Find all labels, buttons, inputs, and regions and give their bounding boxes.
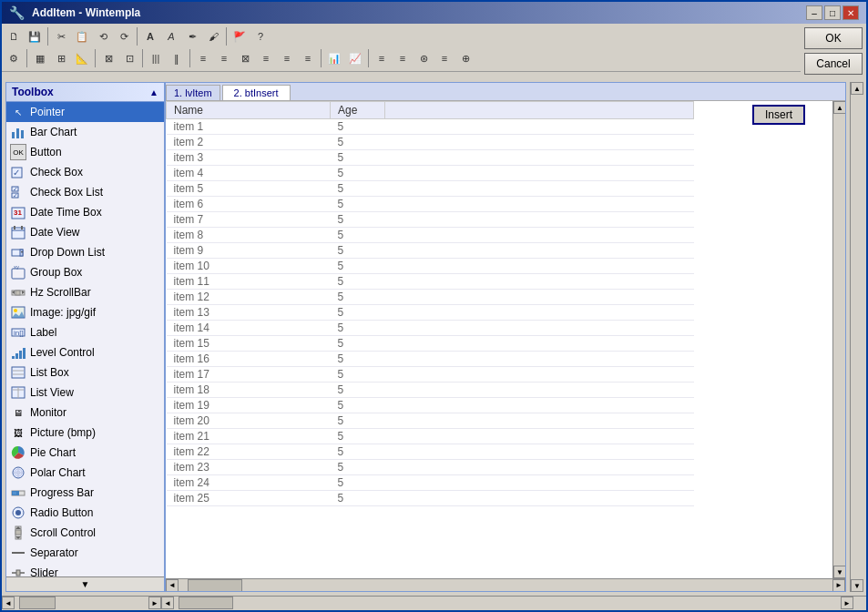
toolbox-item-pointer[interactable]: ↖ Pointer [6, 102, 164, 122]
layout1-button[interactable]: ≡ [372, 48, 392, 68]
cell-age: 5 [331, 398, 385, 413]
redo-button[interactable]: ⟳ [114, 26, 134, 46]
scroll-up-button[interactable]: ▲ [833, 101, 845, 114]
toolbox-item-progress-bar[interactable]: Progress Bar [6, 483, 164, 503]
tab-btinsert[interactable]: 2. btInsert [222, 85, 291, 100]
new-button[interactable]: 🗋 [4, 26, 24, 46]
help-button[interactable]: ? [250, 26, 271, 46]
bars2-button[interactable]: ‖ [167, 48, 187, 68]
horizontal-scrollbar[interactable]: ◄ ► [166, 578, 845, 591]
table-row: item 65 [167, 197, 694, 212]
cell-name: item 12 [167, 290, 331, 305]
align3-button[interactable]: ⊠ [235, 48, 255, 68]
grid-button[interactable]: ▦ [30, 48, 50, 68]
toolbox-item-check-box-list[interactable]: ✓ ✓ Check Box List [6, 182, 164, 202]
outer-scroll-up-button[interactable]: ▲ [851, 82, 863, 95]
align4-button[interactable]: ≡ [256, 48, 276, 68]
cut-button[interactable]: ✂ [51, 26, 71, 46]
layout2-button[interactable]: ≡ [393, 48, 413, 68]
scroll-down-button[interactable]: ▼ [833, 566, 845, 578]
align6-button[interactable]: ≡ [298, 48, 318, 68]
measure-button[interactable]: 📐 [72, 48, 92, 68]
flags-button[interactable]: 🚩 [230, 26, 250, 46]
bars1-button[interactable]: ||| [146, 48, 166, 68]
toolbox-item-group-box[interactable]: xy Group Box [6, 262, 164, 282]
cell-name: item 20 [167, 413, 331, 429]
scroll-left-button[interactable]: ◄ [166, 579, 179, 592]
scroll-right-button[interactable]: ► [832, 579, 845, 592]
app-icon: 🔧 [9, 5, 25, 20]
toolbox-item-label[interactable]: in[] Label [6, 322, 164, 342]
del2-button[interactable]: ⊡ [119, 48, 139, 68]
table-row: item 225 [167, 444, 694, 460]
toolbox-item-hz-scrollbar[interactable]: Hz ScrollBar [6, 282, 164, 302]
align1-button[interactable]: ≡ [193, 48, 213, 68]
toolbox-item-separator[interactable]: Separator [6, 543, 164, 563]
toolbox-item-button[interactable]: OK Button [6, 142, 164, 162]
tab-lvitem[interactable]: 1. lvItem [166, 85, 220, 100]
chart2-button[interactable]: 📈 [345, 48, 365, 68]
toolbox-item-radio-button[interactable]: Radio Button [6, 503, 164, 523]
outer-vertical-scrollbar[interactable]: ▲ ▼ [850, 82, 863, 592]
toolbox-item-list-box[interactable]: List Box [6, 362, 164, 382]
chart1-button[interactable]: 📊 [324, 48, 344, 68]
canvas-scroll-area[interactable]: Insert Name Age item 15ite [166, 101, 832, 578]
toolbox-item-slider[interactable]: Slider [6, 563, 164, 576]
font2-button[interactable]: A [161, 26, 181, 46]
settings-button[interactable]: ⚙ [4, 48, 24, 68]
toolbox-item-drop-down-list[interactable]: Drop Down List [6, 242, 164, 262]
toolbox-label-image-jpg: Image: jpg/gif [30, 306, 96, 319]
toolbox-item-image-jpg[interactable]: Image: jpg/gif [6, 302, 164, 322]
group-box-icon: xy [10, 264, 26, 280]
toolbox-scroll-right[interactable]: ► [148, 597, 161, 609]
toolbox-item-scroll-control[interactable]: Scroll Control [6, 523, 164, 543]
outer-scroll-down-button[interactable]: ▼ [851, 579, 863, 592]
del1-button[interactable]: ⊠ [98, 48, 118, 68]
save-button[interactable]: 💾 [25, 26, 45, 46]
canvas-hscroll-thumb[interactable] [179, 597, 233, 609]
table-button[interactable]: ⊞ [51, 48, 71, 68]
insert-button[interactable]: Insert [752, 105, 805, 125]
svg-text:in[]: in[] [14, 329, 24, 337]
toolbox-item-level-control[interactable]: Level Control [6, 342, 164, 362]
column-header-name: Name [167, 102, 331, 119]
toolbox-item-list-view[interactable]: List View [6, 382, 164, 403]
copy-button[interactable]: 📋 [72, 26, 92, 46]
undo-button[interactable]: ⟲ [93, 26, 113, 46]
toolbox-item-date-time-box[interactable]: 31 Date Time Box [6, 202, 164, 222]
toolbox-label-scroll-control: Scroll Control [30, 526, 96, 539]
ok-button[interactable]: OK [804, 27, 863, 49]
toolbox-item-bar-chart[interactable]: Bar Chart [6, 122, 164, 142]
toolbox-scroll[interactable]: ↖ Pointer Bar Chart [6, 102, 164, 576]
paint-button[interactable]: 🖌 [203, 26, 223, 46]
toolbox-item-pie-chart[interactable]: Pie Chart [6, 443, 164, 463]
toolbox-hscroll-thumb[interactable] [19, 597, 56, 609]
hscroll-thumb[interactable] [188, 579, 242, 592]
toolbox-item-date-view[interactable]: Date View [6, 222, 164, 242]
layout5-button[interactable]: ⊕ [455, 48, 475, 68]
toolbox-item-monitor[interactable]: 🖥 Monitor [6, 403, 164, 423]
cell-age: 5 [331, 259, 385, 274]
canvas-scroll-left[interactable]: ◄ [161, 597, 174, 609]
vertical-scrollbar[interactable]: ▲ ▼ [832, 101, 845, 578]
canvas-content-wrapper: Insert Name Age item 15ite [166, 101, 845, 578]
draw-button[interactable]: ✒ [182, 26, 202, 46]
toolbox-scroll-left[interactable]: ◄ [2, 597, 15, 609]
maximize-button[interactable]: □ [824, 5, 841, 20]
layout3-button[interactable]: ⊛ [414, 48, 434, 68]
layout4-button[interactable]: ≡ [434, 48, 454, 68]
toolbox-item-check-box[interactable]: ✓ Check Box [6, 162, 164, 182]
align2-button[interactable]: ≡ [214, 48, 234, 68]
cancel-button[interactable]: Cancel [804, 53, 863, 75]
close-button[interactable]: ✕ [842, 5, 859, 20]
toolbox-item-picture-bmp[interactable]: 🖼 Picture (bmp) [6, 423, 164, 443]
toolbox-scroll-down[interactable]: ▼ [81, 579, 90, 589]
toolbox-scroll-up[interactable]: ▲ [149, 87, 158, 97]
align5-button[interactable]: ≡ [277, 48, 297, 68]
pie-chart-icon [10, 444, 26, 461]
toolbox-item-polar-chart[interactable]: Polar Chart [6, 463, 164, 483]
font-button[interactable]: A [140, 26, 160, 46]
minimize-button[interactable]: – [806, 5, 822, 20]
cell-age: 5 [331, 228, 385, 243]
canvas-scroll-right[interactable]: ► [841, 597, 853, 609]
